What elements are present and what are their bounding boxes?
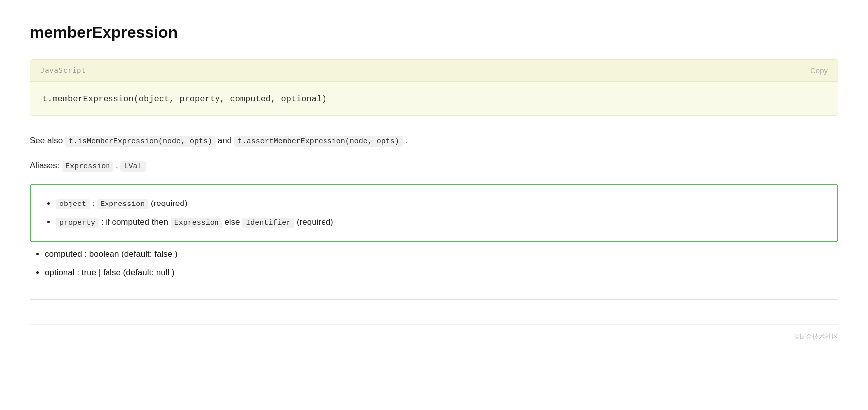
params-outer-list: computed : boolean (default: false ) opt… [30,247,838,279]
code-block-header: JavaScript 🗍 Copy [30,60,838,81]
param-property-name: property [56,218,99,228]
code-lang-label: JavaScript [40,65,86,76]
code-block: JavaScript 🗍 Copy t.memberExpression(obj… [30,59,838,116]
see-also-link1[interactable]: t.isMemberExpression(node, opts) [65,136,216,147]
page-title: memberExpression [30,20,838,45]
watermark: ©掘金技术社区 [30,324,838,342]
param-property-type1: Expression [171,218,222,228]
param-object: object : Expression (required) [56,197,827,210]
param-optional-type1: true [82,268,96,277]
param-computed-type: boolean [89,249,119,259]
param-optional-default-label: (default: [123,268,156,277]
param-object-required: (required) [151,199,188,208]
param-optional-type2: false [103,268,121,277]
params-green-box: object : Expression (required) property … [30,184,838,242]
param-computed-sep: : [84,249,89,259]
code-block-body: t.memberExpression(object, property, com… [30,82,838,115]
param-computed-default-suffix: ) [175,249,178,259]
param-computed-name: computed [45,249,82,259]
copy-icon: 🗍 [799,66,807,75]
code-content: t.memberExpression(object, property, com… [42,94,326,103]
param-optional-pipe: | [99,268,103,277]
copy-label: Copy [810,66,828,75]
param-property-required: (required) [297,217,333,227]
aliases-paragraph: Aliases: Expression , LVal [30,159,838,173]
param-object-name: object [56,199,90,209]
bottom-divider [30,299,838,300]
param-property-type2: Identifier [242,218,294,228]
param-object-type: Expression [97,199,148,209]
param-object-sep: : [92,199,97,208]
copy-button[interactable]: 🗍 Copy [799,66,828,75]
see-also-and: and [218,136,232,145]
param-property-else: else [224,217,242,227]
see-also-suffix: . [405,136,408,145]
param-optional: optional : true | false (default: null ) [45,266,838,279]
alias-expression: Expression [62,161,113,172]
param-optional-name: optional [45,268,75,277]
param-optional-default-suffix: ) [172,268,175,277]
see-also-prefix: See also [30,136,63,145]
param-property: property : if computed then Expression e… [56,215,827,229]
param-property-sep: : if computed then [101,217,171,227]
aliases-prefix: Aliases: [30,161,60,170]
params-green-list: object : Expression (required) property … [41,197,827,229]
see-also-paragraph: See also t.isMemberExpression(node, opts… [30,134,838,148]
param-computed-default-label: (default: [121,249,154,259]
param-computed-default-val: false [154,249,172,259]
param-computed: computed : boolean (default: false ) [45,247,838,261]
alias-lval: LVal [120,161,145,172]
see-also-link2[interactable]: t.assertMemberExpression(node, opts) [234,136,403,147]
alias-comma: , [116,161,118,170]
param-optional-sep: : [77,268,81,277]
param-optional-default-val: null [156,268,169,277]
